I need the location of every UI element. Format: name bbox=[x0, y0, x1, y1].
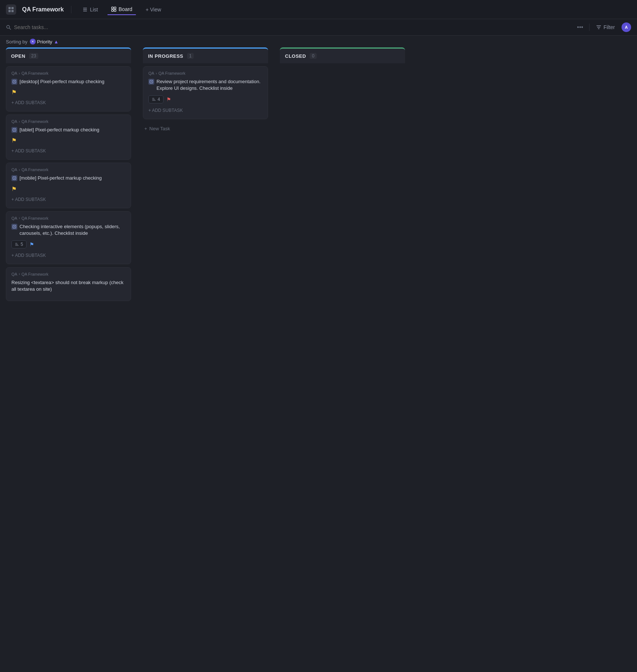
filter-icon bbox=[596, 25, 601, 30]
card-title: [mobile] Pixel-perfect markup checking bbox=[11, 175, 126, 181]
search-bar: ••• Filter A bbox=[0, 19, 637, 36]
priority-flag-blue: ⚑ bbox=[29, 241, 34, 247]
breadcrumb-root: QA bbox=[148, 71, 154, 75]
sort-chip[interactable]: ✕ Priority ▲ bbox=[30, 39, 59, 45]
search-input[interactable] bbox=[14, 24, 571, 30]
column-header-open: OPEN 23 bbox=[6, 47, 131, 63]
svg-point-23 bbox=[14, 226, 15, 227]
filter-label: Filter bbox=[603, 24, 615, 30]
board-nav-button[interactable]: Board bbox=[108, 4, 136, 15]
card-breadcrumb: QA › QA Framework bbox=[148, 71, 263, 75]
card-desktop-markup[interactable]: QA › QA Framework [desktop] Pixel-perfec… bbox=[6, 66, 131, 112]
card-breadcrumb: QA › QA Framework bbox=[11, 119, 126, 124]
add-subtask-button[interactable]: + ADD SUBTASK bbox=[11, 99, 46, 107]
breadcrumb-child: QA Framework bbox=[21, 272, 48, 276]
card-title: [desktop] Pixel-perfect markup checking bbox=[11, 78, 126, 85]
card-title: Checking interactive elements (popups, s… bbox=[11, 223, 126, 237]
column-header-in-progress: IN PROGRESS 1 bbox=[143, 47, 268, 63]
svg-rect-0 bbox=[8, 7, 11, 9]
subtask-count-badge: 4 bbox=[148, 95, 163, 103]
board-nav-label: Board bbox=[119, 6, 132, 12]
card-title: [tablet] Pixel-perfect markup checking bbox=[11, 127, 126, 133]
svg-rect-1 bbox=[11, 7, 14, 9]
task-type-icon bbox=[148, 79, 154, 85]
card-breadcrumb: QA › QA Framework bbox=[11, 216, 126, 220]
card-text: [mobile] Pixel-perfect markup checking bbox=[20, 175, 102, 181]
column-open: OPEN 23 QA › QA Framework [desktop] Pixe… bbox=[6, 47, 131, 304]
card-interactive-elements[interactable]: QA › QA Framework Checking interactive e… bbox=[6, 211, 131, 264]
svg-point-17 bbox=[14, 81, 15, 82]
card-breadcrumb: QA › QA Framework bbox=[11, 71, 126, 75]
card-text: Checking interactive elements (popups, s… bbox=[20, 223, 126, 237]
breadcrumb-child: QA Framework bbox=[21, 216, 48, 220]
breadcrumb-root: QA bbox=[11, 167, 17, 172]
breadcrumb-root: QA bbox=[11, 216, 17, 220]
sort-remove-icon[interactable]: ✕ bbox=[30, 39, 36, 45]
list-nav-button[interactable]: List bbox=[79, 4, 102, 15]
search-input-wrap: ••• bbox=[6, 22, 586, 32]
add-subtask-button[interactable]: + ADD SUBTASK bbox=[148, 106, 183, 114]
add-view-button[interactable]: + View bbox=[142, 4, 165, 15]
board-container: OPEN 23 QA › QA Framework [desktop] Pixe… bbox=[0, 47, 637, 310]
svg-rect-7 bbox=[112, 7, 113, 9]
svg-rect-9 bbox=[112, 10, 113, 11]
column-header-closed: CLOSED 0 bbox=[280, 47, 405, 63]
breadcrumb-root: QA bbox=[11, 71, 17, 75]
breadcrumb-arrow: › bbox=[19, 168, 20, 172]
breadcrumb-root: QA bbox=[11, 119, 17, 124]
subtask-count-badge: 5 bbox=[11, 240, 27, 248]
list-icon bbox=[82, 7, 88, 12]
svg-point-21 bbox=[14, 178, 15, 179]
add-subtask-button[interactable]: + ADD SUBTASK bbox=[11, 251, 46, 259]
column-title-open: OPEN bbox=[11, 53, 25, 59]
task-type-icon bbox=[11, 224, 17, 230]
sorting-bar: Sorting by ✕ Priority ▲ bbox=[0, 36, 637, 47]
breadcrumb-arrow: › bbox=[19, 71, 20, 75]
priority-flag-yellow: ⚑ bbox=[11, 89, 17, 96]
card-textarea-resize[interactable]: QA › QA Framework Resizing <textarea> sh… bbox=[6, 267, 131, 301]
more-options-button[interactable]: ••• bbox=[574, 22, 586, 32]
column-closed: CLOSED 0 bbox=[280, 47, 405, 304]
breadcrumb-child: QA Framework bbox=[21, 119, 48, 124]
priority-flag-yellow: ⚑ bbox=[11, 137, 17, 144]
nav-divider bbox=[71, 6, 71, 13]
subtask-icon bbox=[152, 97, 156, 102]
svg-line-12 bbox=[10, 28, 11, 30]
filter-button[interactable]: Filter bbox=[592, 22, 619, 32]
svg-point-11 bbox=[7, 25, 10, 28]
card-meta: ⚑ bbox=[11, 185, 126, 192]
add-view-label: + View bbox=[145, 7, 161, 13]
user-avatar[interactable]: A bbox=[622, 22, 631, 32]
card-meta: 4 ⚑ bbox=[148, 95, 263, 103]
breadcrumb-root: QA bbox=[11, 272, 17, 276]
breadcrumb-arrow: › bbox=[19, 120, 20, 124]
card-text: Review project requirements and document… bbox=[156, 78, 263, 92]
priority-flag-yellow: ⚑ bbox=[11, 185, 17, 192]
svg-rect-8 bbox=[114, 7, 116, 9]
new-task-button[interactable]: + New Task bbox=[143, 122, 268, 135]
board-nav-wrap: Board bbox=[108, 4, 136, 15]
new-task-label: New Task bbox=[149, 126, 170, 131]
card-tablet-markup[interactable]: QA › QA Framework [tablet] Pixel-perfect… bbox=[6, 114, 131, 160]
task-type-icon bbox=[11, 127, 17, 133]
task-type-icon bbox=[11, 175, 17, 181]
card-meta: ⚑ bbox=[11, 89, 126, 96]
svg-point-19 bbox=[14, 130, 15, 131]
column-in-progress: IN PROGRESS 1 QA › QA Framework Review p… bbox=[143, 47, 268, 304]
sort-field: Priority bbox=[37, 39, 52, 45]
add-subtask-button[interactable]: + ADD SUBTASK bbox=[11, 147, 46, 155]
app-logo bbox=[6, 4, 16, 15]
sorting-label: Sorting by bbox=[6, 39, 28, 45]
card-text: [tablet] Pixel-perfect markup checking bbox=[20, 127, 99, 133]
card-title: Resizing <textarea> should not break mar… bbox=[11, 279, 126, 293]
breadcrumb-arrow: › bbox=[156, 71, 157, 75]
card-title: Review project requirements and document… bbox=[148, 78, 263, 92]
card-text: [desktop] Pixel-perfect markup checking bbox=[20, 78, 105, 85]
breadcrumb-child: QA Framework bbox=[21, 71, 48, 75]
breadcrumb-child: QA Framework bbox=[21, 167, 48, 172]
card-mobile-markup[interactable]: QA › QA Framework [mobile] Pixel-perfect… bbox=[6, 163, 131, 208]
list-nav-label: List bbox=[90, 7, 98, 13]
card-review-requirements[interactable]: QA › QA Framework Review project require… bbox=[143, 66, 268, 119]
add-subtask-button[interactable]: + ADD SUBTASK bbox=[11, 195, 46, 204]
subtask-icon bbox=[15, 242, 19, 247]
